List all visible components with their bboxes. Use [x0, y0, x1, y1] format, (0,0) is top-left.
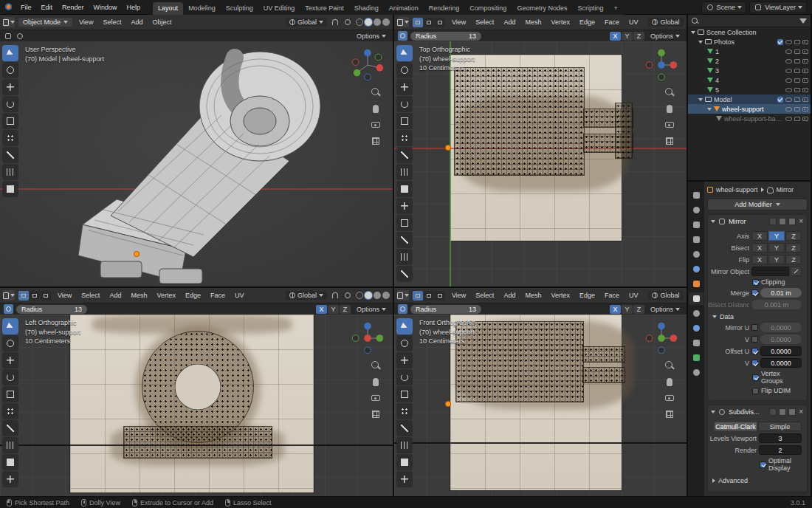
- render-disable-icon[interactable]: [802, 107, 808, 111]
- offset-v-field[interactable]: 0.0000: [760, 358, 802, 368]
- workspace-tab-texture-paint[interactable]: Texture Paint: [300, 2, 349, 15]
- axis-y-button[interactable]: Y: [768, 231, 785, 241]
- viewport-disable-icon[interactable]: [794, 59, 800, 64]
- tool-rotate[interactable]: [2, 96, 18, 112]
- tool-rotate[interactable]: [396, 369, 413, 385]
- hide-eye-icon[interactable]: [785, 40, 792, 44]
- collection-checkbox[interactable]: [777, 97, 783, 103]
- options-dropdown[interactable]: Options: [647, 305, 683, 314]
- clipping-checkbox[interactable]: [752, 279, 759, 286]
- mirror-x-toggle[interactable]: X: [610, 32, 621, 41]
- render-toggle-icon[interactable]: [788, 218, 796, 225]
- hide-eye-icon[interactable]: [785, 49, 792, 54]
- tool-move[interactable]: [2, 79, 18, 95]
- tab-scene[interactable]: [689, 248, 703, 261]
- shading-material-icon[interactable]: [374, 18, 381, 26]
- tool-annotate[interactable]: [396, 420, 413, 436]
- workspace-tab-layout[interactable]: Layout: [153, 2, 183, 15]
- options-dropdown[interactable]: Options: [354, 305, 389, 314]
- edit-mesh-fork-lower[interactable]: [583, 368, 625, 382]
- catmull-clark-button[interactable]: Catmull-Clark: [714, 422, 757, 431]
- menu-view[interactable]: View: [55, 291, 75, 300]
- navigation-gizmo[interactable]: [642, 46, 681, 84]
- tool-transform[interactable]: [2, 130, 18, 146]
- mirror-v-field[interactable]: 0.0000: [760, 334, 802, 344]
- active-tool-icon[interactable]: [4, 304, 13, 314]
- tab-particles[interactable]: [689, 307, 703, 320]
- tool-cursor[interactable]: [396, 62, 413, 78]
- mirror-x-toggle[interactable]: X: [316, 305, 327, 314]
- mirror-y-toggle[interactable]: Y: [328, 305, 339, 314]
- workspace-tab-uv-editing[interactable]: UV Editing: [258, 2, 300, 15]
- tab-object-data[interactable]: [689, 351, 703, 364]
- offset-u-field[interactable]: 0.0000: [760, 346, 802, 356]
- mirror-y-toggle[interactable]: Y: [622, 32, 633, 41]
- tool-add-cube[interactable]: [396, 181, 413, 197]
- optimal-display-checkbox[interactable]: [760, 461, 766, 468]
- transform-orientation-dropdown[interactable]: Global: [648, 18, 683, 27]
- mirror-u-field[interactable]: 0.0000: [760, 323, 802, 332]
- menu-uv[interactable]: UV: [626, 291, 641, 300]
- render-disable-icon[interactable]: [802, 78, 808, 83]
- menu-add[interactable]: Add: [500, 291, 518, 300]
- realtime-toggle-icon[interactable]: [779, 218, 786, 225]
- active-tool-icon[interactable]: [398, 31, 407, 41]
- edit-mesh-base[interactable]: [124, 427, 272, 458]
- menu-mesh[interactable]: Mesh: [522, 291, 544, 300]
- face-select-icon[interactable]: [435, 291, 445, 301]
- workspace-tab-shading[interactable]: Shading: [349, 2, 384, 15]
- editor-type-button[interactable]: [3, 17, 15, 27]
- menu-add[interactable]: Add: [128, 18, 145, 27]
- menu-face[interactable]: Face: [207, 291, 228, 300]
- outliner-row-wheel-support-backup[interactable]: wheel-support-backup: [688, 114, 811, 123]
- options-dropdown[interactable]: Options: [647, 32, 683, 41]
- render-disable-icon[interactable]: [802, 97, 808, 102]
- mirror-x-toggle[interactable]: X: [610, 305, 621, 314]
- edit-mesh-fork-upper[interactable]: [583, 347, 625, 362]
- menu-uv[interactable]: UV: [232, 291, 247, 300]
- outliner-row-wheel-support[interactable]: wheel-support: [688, 104, 811, 114]
- tool-scale[interactable]: [2, 113, 18, 129]
- tool-measure[interactable]: [396, 164, 413, 180]
- shading-wireframe-icon[interactable]: [356, 18, 363, 26]
- expand-icon[interactable]: [691, 31, 695, 34]
- shading-solid-icon[interactable]: [365, 18, 372, 26]
- workspace-tab-modeling[interactable]: Modeling: [183, 2, 221, 15]
- tool-transform[interactable]: [396, 130, 413, 146]
- radius-field[interactable]: Radius 13: [410, 305, 481, 314]
- menu-select[interactable]: Select: [472, 18, 497, 27]
- outliner-row-photo-5[interactable]: 5: [688, 85, 811, 95]
- hide-eye-icon[interactable]: [785, 78, 792, 83]
- shading-solid-icon[interactable]: [365, 292, 372, 299]
- hide-eye-icon[interactable]: [785, 97, 792, 102]
- shading-rendered-icon[interactable]: [382, 18, 390, 26]
- face-select-icon[interactable]: [41, 291, 51, 301]
- tool-annotate[interactable]: [2, 147, 18, 163]
- navigation-gizmo[interactable]: [642, 319, 681, 357]
- snap-magnet-icon[interactable]: [331, 291, 340, 300]
- menu-add[interactable]: Add: [500, 18, 518, 27]
- edit-mesh-fork-end[interactable]: [616, 103, 632, 158]
- face-select-icon[interactable]: [435, 18, 445, 27]
- camera-view-icon[interactable]: [664, 393, 675, 403]
- menu-view[interactable]: View: [449, 18, 469, 27]
- tool-settings-icon[interactable]: [4, 32, 13, 41]
- menu-edge[interactable]: Edge: [577, 18, 598, 27]
- grid-toggle-icon[interactable]: [371, 409, 381, 419]
- menu-select[interactable]: Select: [472, 291, 497, 300]
- shading-rendered-icon[interactable]: [382, 292, 390, 299]
- navigation-gizmo[interactable]: [348, 46, 387, 84]
- tool-bevel[interactable]: [396, 232, 413, 248]
- vertex-select-icon[interactable]: [413, 291, 423, 301]
- workspace-tab-animation[interactable]: Animation: [384, 2, 424, 15]
- tool-knife[interactable]: [396, 266, 413, 282]
- camera-view-icon[interactable]: [664, 120, 675, 130]
- viewport-disable-icon[interactable]: [794, 97, 800, 102]
- tool-measure[interactable]: [396, 437, 413, 453]
- tab-view-layer[interactable]: [689, 233, 703, 246]
- tool-measure[interactable]: [2, 437, 18, 453]
- menu-edge[interactable]: Edge: [577, 291, 598, 300]
- tool-cursor[interactable]: [2, 62, 18, 78]
- render-disable-icon[interactable]: [802, 88, 808, 92]
- menu-window[interactable]: Window: [89, 2, 122, 13]
